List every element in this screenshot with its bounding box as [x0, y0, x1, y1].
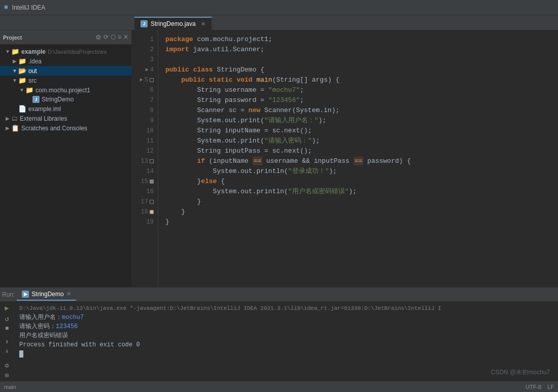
layout-button[interactable]: ⊞: [2, 372, 13, 379]
output-line-success: Process finished with exit code 0: [19, 340, 553, 349]
code-line-10: String inputName = sc.next();: [165, 126, 552, 136]
code-lines[interactable]: package com.mochu.project1; import java.…: [158, 30, 552, 287]
bookmark-17: [150, 200, 154, 204]
line-number-2: 2: [132, 45, 158, 55]
scratches-icon: 📋: [11, 124, 19, 132]
window-title: IntelliJ IDEA: [12, 4, 45, 11]
stringdemo-java-icon: J: [32, 96, 40, 103]
code-line-15: }else {: [165, 176, 552, 187]
code-line-11: System.out.print("请输入密码：");: [165, 136, 552, 146]
src-folder-icon: 📁: [18, 77, 26, 84]
output-line-cmd: D:\Java\jdk-11.0.13\bin\java.exe "-javaa…: [19, 304, 553, 313]
tree-container: ▼ 📁 example D:\Java\IdeaProjects\ex ▶ 📁 …: [0, 45, 131, 135]
main-area: Project ⚙ ⟳ ⬡ ≡ ✕ ▼ 📁 example D:\Java\Id…: [0, 30, 558, 287]
code-line-5: public static void main(String[] args) {: [165, 75, 552, 85]
run-tab-close[interactable]: ✕: [66, 291, 71, 297]
stop-button[interactable]: ■: [2, 325, 13, 332]
iml-label: example.iml: [28, 105, 61, 113]
src-label: src: [28, 77, 37, 84]
line-number-10: 10: [132, 126, 158, 136]
line-number-7: 7: [132, 95, 158, 105]
line-number-5[interactable]: ▶5: [132, 75, 158, 85]
run-tab-icon: ▶: [22, 291, 29, 298]
src-arrow: ▼: [11, 78, 18, 83]
example-path: D:\Java\IdeaProjects\ex: [48, 49, 107, 55]
bottom-content: ▶ ↺ ■ ⬆ ⬇ ⚙ ⊞ D:\Java\jdk-11.0.13\bin\ja…: [0, 302, 558, 381]
pkg-label: com.mochu.project1: [36, 87, 90, 94]
status-line-sep[interactable]: LF: [547, 384, 554, 390]
out-label: out: [28, 67, 37, 75]
extlibs-arrow: ▶: [4, 116, 11, 121]
tab-bar: J StringDemo.java ✕: [0, 15, 558, 30]
csdn-logo: CSDN @末初mochu7: [491, 368, 550, 377]
tree-item-iml[interactable]: 📄 example.iml: [0, 104, 131, 114]
code-container[interactable]: 1 2 3 ▶4 ▶5 6 7 8 9 10 11: [132, 30, 558, 287]
bookmark-15: [150, 180, 154, 184]
sidebar: Project ⚙ ⟳ ⬡ ≡ ✕ ▼ 📁 example D:\Java\Id…: [0, 30, 132, 287]
line-number-9: 9: [132, 116, 158, 126]
stringdemo-label: StringDemo: [42, 96, 74, 103]
bottom-panel: Run: ▶ StringDemo ✕ ▶ ↺ ■ ⬆ ⬇ ⚙ ⊞ D:\Jav…: [0, 287, 558, 381]
code-line-1: package com.mochu.project1;: [165, 34, 552, 45]
status-bar: main UTF-8 LF: [0, 381, 558, 392]
code-line-14: System.out.println("登录成功！");: [165, 166, 552, 176]
code-line-6: String username = "mochu7";: [165, 85, 552, 95]
tree-item-src[interactable]: ▼ 📁 src: [0, 76, 131, 85]
tree-item-pkg[interactable]: ▼ 📁 com.mochu.project1: [0, 85, 131, 95]
extlibs-label: External Libraries: [20, 115, 67, 122]
line-number-12: 12: [132, 146, 158, 156]
code-line-3: [165, 55, 552, 65]
out-arrow: ▼: [11, 68, 18, 74]
tab-stringdemo[interactable]: J StringDemo.java ✕: [134, 17, 212, 30]
output-line-prompt1: 请输入用户名：mochu7: [19, 313, 553, 322]
line-number-11: 11: [132, 136, 158, 146]
sync-icon[interactable]: ⟳: [103, 33, 109, 41]
gear-icon[interactable]: ⚙: [95, 33, 101, 41]
tab-stringdemo-run[interactable]: ▶ StringDemo ✕: [17, 289, 76, 301]
code-line-2: import java.util.Scanner;: [165, 45, 552, 55]
scratches-label: Scratches and Consoles: [21, 125, 87, 132]
rerun-button[interactable]: ↺: [2, 314, 13, 323]
code-line-9: System.out.print("请输入用户名：");: [165, 116, 552, 126]
line-number-18: 18: [132, 207, 158, 217]
example-folder-icon: 📁: [11, 48, 19, 55]
line-number-3: 3: [132, 55, 158, 65]
line-number-1: 1: [132, 34, 158, 45]
scroll-down-button[interactable]: ⬇: [2, 348, 13, 355]
code-line-16: System.out.println("用户名或密码错误");: [165, 187, 552, 197]
top-bar: ■ IntelliJ IDEA: [0, 0, 558, 15]
tree-item-example[interactable]: ▼ 📁 example D:\Java\IdeaProjects\ex: [0, 47, 131, 56]
bookmark-13: [150, 159, 154, 163]
code-line-17: }: [165, 197, 552, 207]
tab-label: StringDemo.java: [151, 20, 196, 27]
tree-item-stringdemo[interactable]: J StringDemo: [0, 95, 131, 104]
settings-button[interactable]: ⚙: [2, 362, 13, 370]
status-git[interactable]: main: [4, 384, 16, 390]
line-number-17: 17: [132, 197, 158, 207]
editor-area: 1 2 3 ▶4 ▶5 6 7 8 9 10 11: [132, 30, 558, 287]
bottom-output[interactable]: D:\Java\jdk-11.0.13\bin\java.exe "-javaa…: [14, 302, 558, 381]
tab-close-icon[interactable]: ✕: [201, 21, 205, 27]
line-number-13: 13: [132, 156, 158, 166]
example-arrow: ▼: [4, 49, 11, 54]
iml-file-icon: 📄: [18, 105, 26, 113]
more-icon[interactable]: ≡: [118, 33, 121, 41]
tree-item-scratches[interactable]: ▶ 📋 Scratches and Consoles: [0, 123, 131, 133]
right-gutter: [552, 30, 558, 287]
run-label: Run:: [2, 291, 15, 298]
expand-icon[interactable]: ⬡: [111, 33, 116, 41]
output-line-error: 用户名或密码错误: [19, 331, 553, 340]
line-number-8: 8: [132, 105, 158, 116]
line-numbers: 1 2 3 ▶4 ▶5 6 7 8 9 10 11: [132, 30, 158, 287]
tree-item-out[interactable]: ▼ 📂 out: [0, 66, 131, 76]
extlibs-icon: 🗂: [11, 115, 18, 122]
scroll-up-button[interactable]: ⬆: [2, 338, 13, 346]
tree-item-idea[interactable]: ▶ 📁 .idea: [0, 56, 131, 66]
run-again-button[interactable]: ▶: [2, 304, 13, 312]
tab-java-icon: J: [141, 20, 148, 27]
close-sidebar-icon[interactable]: ✕: [123, 33, 128, 41]
tree-item-ext-libs[interactable]: ▶ 🗂 External Libraries: [0, 114, 131, 123]
status-encoding[interactable]: UTF-8: [526, 384, 541, 390]
line-number-4[interactable]: ▶4: [132, 65, 158, 75]
line-number-16: 16: [132, 187, 158, 197]
